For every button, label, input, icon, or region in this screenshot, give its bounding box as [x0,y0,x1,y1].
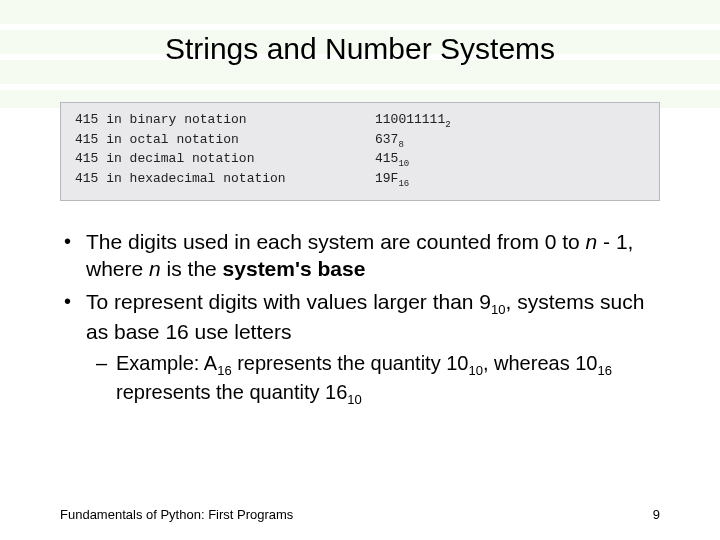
text: represents the quantity 10 [232,352,469,374]
code-lhs: 415 in decimal notation [75,150,375,170]
code-sub: 10 [398,159,409,169]
bullet-content: The digits used in each system are count… [60,229,660,409]
code-lhs: 415 in octal notation [75,131,375,151]
text: Example: A [116,352,217,374]
code-rhs: 1100111112 [375,111,645,131]
subscript: 10 [347,392,361,407]
code-rhs: 41510 [375,150,645,170]
page-number: 9 [653,507,660,522]
bullet-item: To represent digits with values larger t… [60,289,660,409]
subscript: 10 [468,363,482,378]
var-n: n [149,257,161,280]
code-row: 415 in binary notation 1100111112 [75,111,645,131]
footer-source: Fundamentals of Python: First Programs [60,507,293,522]
var-n: n [586,230,598,253]
subscript: 16 [217,363,231,378]
code-example-box: 415 in binary notation 1100111112 415 in… [60,102,660,201]
text: represents the quantity 16 [116,381,347,403]
code-lhs: 415 in hexadecimal notation [75,170,375,190]
code-rhs: 6378 [375,131,645,151]
code-sub: 2 [445,120,450,130]
sub-bullet-item: Example: A16 represents the quantity 101… [86,351,660,408]
text: To represent digits with values larger t… [86,290,491,313]
text: The digits used in each system are count… [86,230,586,253]
code-sub: 16 [398,179,409,189]
code-val: 415 [375,151,398,166]
code-val: 110011111 [375,112,445,127]
code-row: 415 in octal notation 6378 [75,131,645,151]
subscript: 16 [597,363,611,378]
bullet-item: The digits used in each system are count… [60,229,660,283]
slide-footer: Fundamentals of Python: First Programs 9 [60,507,660,522]
bold-term: system's base [223,257,366,280]
code-rhs: 19F16 [375,170,645,190]
slide-title: Strings and Number Systems [0,0,720,66]
code-lhs: 415 in binary notation [75,111,375,131]
code-val: 19F [375,171,398,186]
code-row: 415 in decimal notation 41510 [75,150,645,170]
text: , whereas 10 [483,352,598,374]
subscript: 10 [491,302,505,317]
code-row: 415 in hexadecimal notation 19F16 [75,170,645,190]
code-val: 637 [375,132,398,147]
code-sub: 8 [398,139,403,149]
text: is the [161,257,223,280]
